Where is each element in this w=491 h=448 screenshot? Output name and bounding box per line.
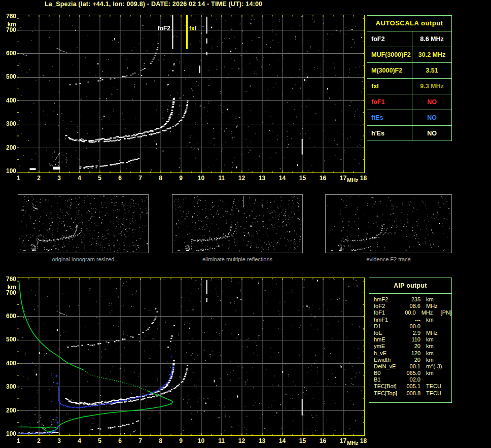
aip-extra bbox=[446, 336, 451, 343]
x-tick-label: 11 bbox=[214, 437, 229, 444]
autoscala-table-title: AUTOSCALA output bbox=[367, 16, 451, 31]
aip-extra bbox=[446, 323, 451, 330]
x-tick-label: 6 bbox=[113, 175, 128, 182]
aip-table-title: AIP output bbox=[369, 278, 451, 294]
x-tick-label: 6 bbox=[113, 437, 128, 444]
aip-extra bbox=[446, 357, 451, 363]
panel-original-ionogram bbox=[18, 194, 149, 253]
y-tick-label: 400 bbox=[1, 360, 16, 367]
autoscala-row: foF1NO bbox=[367, 94, 451, 110]
aip-unit: km bbox=[420, 317, 446, 323]
aip-value: 235 bbox=[403, 296, 420, 303]
aip-param: foF2 bbox=[374, 303, 403, 309]
x-tick-label: 1 bbox=[11, 437, 26, 444]
aip-row: ymE20km bbox=[374, 343, 451, 350]
autoscala-value: 3.51 bbox=[412, 67, 451, 74]
aip-param: D1 bbox=[374, 323, 403, 330]
panel-caption-original: original ionogram resized bbox=[18, 256, 149, 262]
aip-param: TEC[Bot] bbox=[374, 383, 403, 390]
aip-output-table: AIP output hmF2235kmfoF208.6MHzfoF100.0M… bbox=[369, 278, 452, 403]
aip-unit: km bbox=[420, 370, 446, 376]
autoscala-value: NO bbox=[412, 114, 451, 121]
x-tick-label: 4 bbox=[72, 437, 87, 444]
autoscala-app-window: { "title": "La_Spezia (lat: +44.1, lon: … bbox=[0, 0, 491, 448]
x-axis-unit: MHz bbox=[347, 440, 359, 446]
x-tick-label: 13 bbox=[255, 175, 270, 182]
aip-extra bbox=[446, 370, 451, 376]
autoscala-param: fxI bbox=[367, 79, 412, 94]
x-tick-label: 10 bbox=[194, 437, 209, 444]
autoscala-row: h'EsNO bbox=[367, 126, 451, 141]
aip-unit: km bbox=[420, 350, 446, 357]
aip-param: hmE bbox=[374, 336, 403, 343]
aip-unit: MHz bbox=[420, 330, 446, 336]
panel-caption-eliminate: eliminate multiple reflections bbox=[172, 256, 303, 262]
aip-extra bbox=[446, 390, 451, 397]
aip-row: h_vE120km bbox=[374, 350, 451, 357]
aip-value: 005.1 bbox=[403, 383, 420, 390]
aip-unit: km bbox=[420, 357, 446, 363]
x-tick-label: 8 bbox=[153, 437, 168, 444]
aip-param: hmF1 bbox=[374, 317, 403, 323]
aip-extra: [PN] bbox=[440, 309, 451, 316]
fxi-marker-label: fxI bbox=[189, 25, 196, 32]
aip-row: foF100.0MHz[PN] bbox=[374, 309, 451, 316]
x-tick-label: 12 bbox=[234, 175, 250, 182]
autoscala-param: foF2 bbox=[367, 31, 412, 47]
x-tick-label: 13 bbox=[255, 437, 270, 444]
aip-param: foE bbox=[374, 330, 403, 336]
autoscala-value: NO bbox=[412, 130, 451, 137]
aip-unit bbox=[420, 376, 446, 383]
autoscala-value: 8.6 MHz bbox=[412, 36, 451, 43]
aip-param: DelN_vE bbox=[374, 363, 403, 370]
aip-value: 20 bbox=[403, 357, 420, 363]
aip-row: TEC[Bot]005.1TECU bbox=[374, 383, 451, 390]
autoscala-value: NO bbox=[412, 98, 451, 106]
panel-evidence-f2-trace bbox=[325, 194, 452, 253]
x-tick-label: 15 bbox=[295, 437, 310, 444]
aip-extra bbox=[446, 317, 451, 323]
aip-row: hmF1---km bbox=[374, 317, 451, 323]
aip-row: hmE110km bbox=[374, 336, 451, 343]
x-tick-label: 14 bbox=[275, 437, 290, 444]
x-tick-label: 5 bbox=[92, 175, 108, 182]
autoscala-output-table: AUTOSCALA output foF28.6 MHzMUF(3000)F23… bbox=[367, 15, 452, 141]
autoscala-row: MUF(3000)F230.2 MHz bbox=[367, 47, 451, 63]
y-tick-label: 200 bbox=[1, 407, 16, 414]
aip-value: 20 bbox=[403, 343, 420, 350]
panel-eliminate-reflections bbox=[172, 194, 303, 253]
y-axis-unit: km bbox=[1, 21, 16, 28]
aip-value: 00.0 bbox=[400, 309, 415, 316]
aip-unit: km bbox=[420, 296, 446, 303]
aip-value: 02.0 bbox=[403, 376, 420, 383]
aip-value: 2.9 bbox=[403, 330, 420, 336]
aip-unit: TECU bbox=[420, 390, 446, 397]
x-tick-label: 5 bbox=[92, 437, 108, 444]
autoscala-row: foF28.6 MHz bbox=[367, 31, 451, 47]
top-ionogram-plot bbox=[17, 15, 365, 173]
station-title: La_Spezia (lat: +44.1, lon: 009.8) - DAT… bbox=[45, 1, 262, 8]
aip-value: --- bbox=[403, 317, 420, 323]
aip-param: foF1 bbox=[374, 309, 400, 316]
aip-value: 00.0 bbox=[403, 323, 420, 330]
y-tick-label: 600 bbox=[1, 313, 16, 320]
autoscala-param: ftEs bbox=[367, 110, 412, 125]
x-tick-label: 2 bbox=[31, 175, 47, 182]
y-tick-label: 300 bbox=[1, 383, 16, 390]
aip-unit: km bbox=[420, 343, 446, 350]
x-tick-label: 9 bbox=[173, 437, 189, 444]
aip-unit: m^(-3) bbox=[420, 363, 446, 370]
autoscala-value: 30.2 MHz bbox=[412, 51, 451, 58]
x-tick-label: 9 bbox=[173, 175, 189, 182]
y-tick-label: 400 bbox=[1, 97, 16, 104]
aip-row: DelN_vE00.1m^(-3) bbox=[374, 363, 451, 370]
y-tick-label: 600 bbox=[1, 50, 16, 57]
aip-row: foF208.6MHz bbox=[374, 303, 451, 309]
x-tick-label: 12 bbox=[234, 437, 250, 444]
x-tick-label: 7 bbox=[133, 175, 148, 182]
aip-param: ymE bbox=[374, 343, 403, 350]
y-tick-label: 200 bbox=[1, 144, 16, 151]
x-tick-label: 3 bbox=[52, 437, 67, 444]
aip-value: 120 bbox=[403, 350, 420, 357]
x-axis-unit: MHz bbox=[347, 177, 359, 183]
